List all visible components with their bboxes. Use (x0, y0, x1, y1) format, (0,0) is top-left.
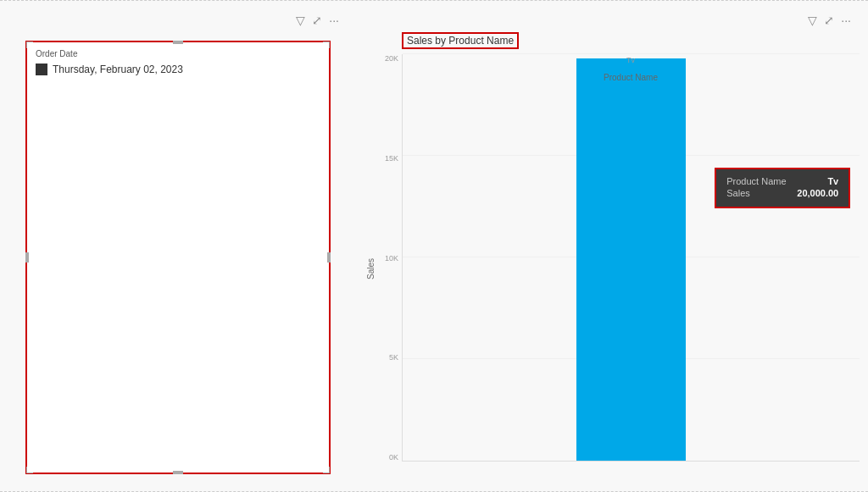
slicer-widget[interactable]: Order Date Thursday, February 02, 2023 (25, 41, 331, 474)
y-axis-label: Sales (366, 257, 376, 279)
tooltip-sales-key: Sales (726, 188, 750, 198)
slicer-content: Order Date Thursday, February 02, 2023 (27, 42, 329, 82)
chart-title: Sales by Product Name (402, 32, 519, 49)
left-panel: ▽ ⤢ ··· Order Date Thursday, February 02… (0, 1, 356, 491)
y-axis-ticks: 0K 5K 10K 15K 20K (376, 54, 402, 462)
handle-tm (173, 41, 183, 44)
slicer-checkbox[interactable] (36, 64, 47, 75)
x-axis-title: Product Name (402, 73, 860, 82)
y-tick-20k: 20K (376, 54, 402, 63)
y-tick-10k: 10K (376, 254, 402, 263)
tooltip-sales-row: Sales 20,000.00 (726, 188, 838, 198)
right-panel: ▽ ⤢ ··· Sales by Product Name Sales 0K (356, 1, 868, 491)
filter-icon-left[interactable]: ▽ (296, 14, 305, 27)
handle-br (323, 467, 330, 473)
x-axis-area: Tv Product Name (402, 54, 860, 84)
slicer-value-text: Thursday, February 02, 2023 (53, 64, 183, 75)
slicer-value-row: Thursday, February 02, 2023 (36, 64, 320, 75)
y-tick-15k: 15K (376, 154, 402, 163)
y-tick-5k: 5K (376, 353, 402, 362)
handle-bm (173, 471, 183, 474)
handle-tl (26, 41, 33, 48)
chart-inner: 0K 5K 10K 15K 20K (376, 54, 860, 483)
chart-container: Sales by Product Name Sales 0K 5K 10K 15… (364, 32, 860, 483)
y-axis-label-container: Sales (364, 54, 376, 483)
handle-rm (327, 252, 331, 263)
tooltip-product-row: Product Name Tv (726, 176, 838, 186)
more-icon-right[interactable]: ··· (841, 14, 851, 27)
right-toolbar: ▽ ⤢ ··· (364, 9, 860, 27)
focus-icon-right[interactable]: ⤢ (824, 14, 834, 27)
tooltip-product-val: Tv (827, 176, 838, 186)
chart-title-text: Sales by Product Name (407, 35, 514, 47)
bar-tv[interactable] (576, 58, 686, 461)
tooltip-product-key: Product Name (726, 176, 786, 186)
tooltip-sales-val: 20,000.00 (797, 188, 838, 198)
main-container: ▽ ⤢ ··· Order Date Thursday, February 02… (0, 0, 868, 492)
handle-tr (323, 41, 330, 48)
filter-icon-right[interactable]: ▽ (808, 14, 817, 27)
plot-area: Product Name Tv Sales 20,000.00 (402, 54, 860, 462)
handle-lm (25, 252, 29, 263)
focus-icon-left[interactable]: ⤢ (312, 14, 322, 27)
slicer-label: Order Date (36, 49, 320, 58)
y-tick-0k: 0K (376, 453, 402, 462)
x-tick-tv: Tv (626, 56, 635, 64)
handle-bl (26, 467, 33, 473)
more-icon-left[interactable]: ··· (329, 14, 339, 27)
left-toolbar: ▽ ⤢ ··· (8, 9, 348, 27)
chart-area: Sales 0K 5K 10K 15K 20K (364, 54, 860, 483)
tooltip: Product Name Tv Sales 20,000.00 (715, 168, 850, 208)
